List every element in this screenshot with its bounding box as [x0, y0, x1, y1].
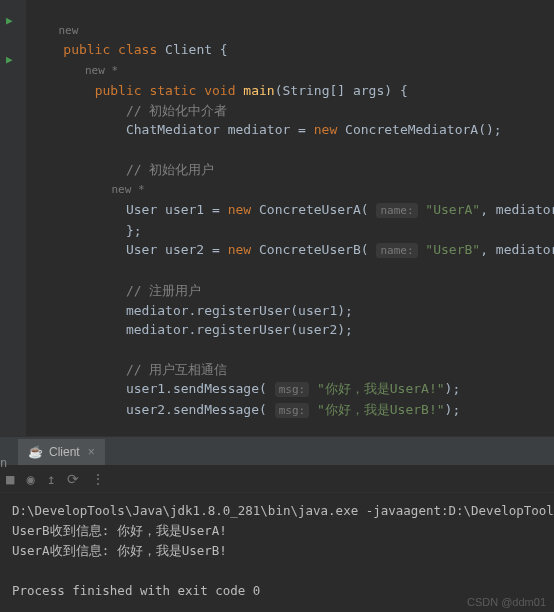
console-exit: Process finished with exit code 0: [12, 583, 260, 598]
console-line: UserA收到信息: 你好，我是UserB!: [12, 543, 227, 558]
run-tab-client[interactable]: ☕ Client ×: [18, 439, 105, 465]
code-editor[interactable]: ▶ ▶ new public class Client { new * publ…: [0, 0, 554, 436]
code-content[interactable]: new public class Client { new * public s…: [32, 0, 554, 436]
side-label: n: [0, 456, 7, 470]
run-panel: ☕ Client × ■ ◉ ↥ ⟳ ⋮ D:\DevelopTools\Jav…: [0, 436, 554, 612]
console-toolbar: ■ ◉ ↥ ⟳ ⋮: [0, 465, 554, 493]
stop-icon[interactable]: ■: [6, 471, 14, 487]
export-icon[interactable]: ↥: [47, 471, 55, 487]
run-class-icon[interactable]: ▶: [6, 14, 13, 27]
camera-icon[interactable]: ◉: [26, 471, 34, 487]
watermark: CSDN @ddm01: [467, 596, 546, 608]
tab-label: Client: [49, 445, 80, 459]
run-tabbar: ☕ Client ×: [0, 437, 554, 465]
gutter: ▶ ▶: [0, 0, 26, 436]
console-cmd: D:\DevelopTools\Java\jdk1.8.0_281\bin\ja…: [12, 503, 554, 518]
layout-icon[interactable]: ⟳: [67, 471, 79, 487]
more-icon[interactable]: ⋮: [91, 471, 105, 487]
console-output[interactable]: D:\DevelopTools\Java\jdk1.8.0_281\bin\ja…: [0, 493, 554, 609]
run-main-icon[interactable]: ▶: [6, 53, 13, 66]
console-line: UserB收到信息: 你好，我是UserA!: [12, 523, 227, 538]
coffee-icon: ☕: [28, 445, 43, 459]
close-icon[interactable]: ×: [88, 445, 95, 459]
